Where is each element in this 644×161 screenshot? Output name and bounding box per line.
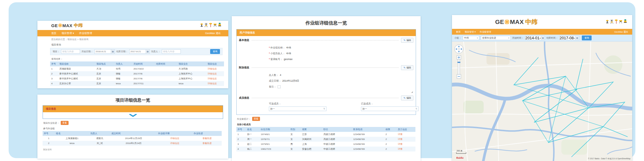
end-time-label: 结束时间： <box>546 36 558 40</box>
groups-label: 参与作业组 <box>37 126 228 131</box>
view-stats-button[interactable]: 查看 <box>252 117 260 121</box>
table-link[interactable]: 详情 <box>397 147 415 151</box>
table-link[interactable]: 查看轨迹 <box>193 136 222 141</box>
logout-link[interactable]: GeoMax 退出 <box>614 30 628 33</box>
start-time-input[interactable] <box>525 36 541 40</box>
nav-home[interactable]: 首页 <box>456 30 461 33</box>
table-link[interactable]: 详细信息 <box>157 141 193 146</box>
dotted-divider <box>252 68 399 68</box>
table-cell: 高级工程师 <box>322 137 352 142</box>
logo-text-cn: 中纬 <box>525 18 538 26</box>
table-cell: 侯振凡 <box>89 136 110 141</box>
field-login-account: *登录账号：geomax <box>237 58 416 61</box>
view-track-button[interactable]: 查看 <box>61 121 69 125</box>
work-groups-table: 序号组名负责人成立时间作业组详情作业轨迹1上海测量组1侯振凡2014年11月29… <box>43 131 222 146</box>
available-members-select[interactable]: 孙一 ⇅ <box>269 106 326 111</box>
group-select[interactable]: 中纬 ▾ <box>463 36 479 40</box>
map-pan-control[interactable] <box>455 45 463 53</box>
calendar-icon[interactable]: ▦ <box>575 36 579 40</box>
calendar-icon[interactable]: ▦ <box>111 50 115 53</box>
search-button[interactable]: 查询 <box>210 49 220 54</box>
table-cell: 123456789 <box>352 132 384 137</box>
remark-textarea[interactable] <box>278 85 281 88</box>
globe-icon <box>504 19 510 25</box>
pencil-icon: ✎ <box>403 67 406 69</box>
edit-extra-button[interactable]: ✎ 编辑 <box>401 65 413 70</box>
table-link[interactable]: 详细信息 <box>206 71 224 76</box>
total-station-icon <box>204 23 208 28</box>
selected-members-label: 已选成员： <box>361 102 419 106</box>
table-cell: 何伟 <box>115 66 132 71</box>
logout-link[interactable]: GeoMax 退出 <box>205 31 221 35</box>
table-cell <box>155 76 177 81</box>
table-link[interactable]: 详情 <box>397 132 415 137</box>
table-link[interactable]: 详细信息 <box>206 76 224 81</box>
table-link[interactable]: 详情 <box>397 142 415 147</box>
logo-text-max: MAX <box>62 23 73 28</box>
total-station-icon <box>610 19 613 25</box>
table-row: 2leica刘_试2016年2月24日详细信息查看轨迹 <box>43 141 222 146</box>
end-time-input[interactable] <box>560 36 575 40</box>
table-cell: 徕卡技术中心测试 <box>58 71 95 76</box>
chevron-down-icon: ▾ <box>477 37 478 39</box>
column-header: 籍贯 <box>301 127 322 132</box>
available-members-group: 可选成员： 孙一 ⇅ <box>269 102 326 111</box>
column-header: 项目名称 <box>58 61 95 66</box>
start-date-input[interactable] <box>95 50 111 53</box>
dotted-divider <box>252 98 399 98</box>
table-cell: leica <box>178 81 206 86</box>
gnss-rover-icon <box>209 23 212 28</box>
table-link[interactable]: 详情 <box>397 137 415 142</box>
table-link[interactable]: 查看轨迹 <box>193 141 222 146</box>
table-cell <box>155 66 177 71</box>
owner-input[interactable] <box>162 49 181 54</box>
geomax-logo: GE MAX 中纬 <box>51 23 83 28</box>
calendar-icon[interactable]: ▦ <box>146 50 149 53</box>
nav-home[interactable]: 首页 <box>51 31 56 35</box>
track-type-select[interactable]: 全部作业轨迹 ▾ <box>481 36 511 40</box>
map-search-button[interactable]: 查询 <box>582 35 592 40</box>
table-row: 4钱二1981/7/23女安徽合肥中级工程师1234567892详情 <box>236 147 415 151</box>
table-cell: 4 <box>50 81 58 86</box>
nav-group-management[interactable]: 作业组管理 <box>79 31 92 35</box>
table-cell: 1976/7/1 <box>260 137 289 142</box>
calendar-icon[interactable]: ▦ <box>541 36 545 40</box>
collapse-toggle[interactable] <box>43 112 223 119</box>
project-name-input[interactable] <box>61 49 80 54</box>
start-time-label: 开始时间： <box>512 36 524 40</box>
gnss-antenna-icon <box>606 19 609 25</box>
extra-info-title: 附加信息 <box>239 66 249 70</box>
end-date-input[interactable] <box>130 50 146 53</box>
table-link[interactable]: 详细信息 <box>157 136 193 141</box>
table-cell: 中级工程师 <box>322 147 352 151</box>
table-link[interactable]: 详细信息 <box>206 66 224 71</box>
logo-text-cn: 中纬 <box>74 23 83 28</box>
resize-handle-icon: ◢ <box>237 91 416 94</box>
column-header: 结束时间 <box>155 61 177 66</box>
table-cell: 男 <box>289 142 301 147</box>
chevron-down-icon <box>129 114 137 117</box>
nav-group-management[interactable]: 作业组管理 <box>480 30 491 33</box>
edit-members-button[interactable]: ✎ 编辑 <box>401 96 413 100</box>
theodolite-icon <box>624 19 627 25</box>
selected-members-select[interactable]: 孙一 ⇅ <box>361 106 419 111</box>
project-results-table: 序号项目名称项目地点负责人开始时间结束时间项目业主项目信息1滨湖路项目大冶何伟2… <box>50 61 224 86</box>
table-link[interactable]: 详细信息 <box>206 81 224 86</box>
column-header: 职位 <box>322 127 352 132</box>
table-cell: 2017/7/6 <box>132 76 155 81</box>
map-viewport[interactable]: 200 米 Baidu © 2017 Baidu - Data © 长地万方 &… <box>452 42 632 161</box>
logo-text-ge: GE <box>495 18 504 25</box>
track-map-window: GE MAX 中纬 首页 项目管理 ▾ 作业组管理 GeoMax <box>452 15 632 161</box>
brand-header: GE MAX 中纬 <box>37 21 228 30</box>
chevron-down-icon: ▾ <box>474 31 476 33</box>
workload-stats-label: 作业量统计： <box>237 117 251 121</box>
table-cell: 1 <box>50 66 58 71</box>
end-time-field: ▦ <box>559 36 579 40</box>
nav-project-management[interactable]: 项目管理 ▾ <box>465 30 476 33</box>
baidu-logo: Baidu <box>456 156 463 159</box>
nav-project-management[interactable]: 项目管理 ▾ <box>62 31 74 35</box>
edit-basic-button[interactable]: ✎ 编辑 <box>401 38 413 43</box>
column-header: 序号 <box>50 61 58 66</box>
table-cell: 2017/7/11 <box>132 81 155 86</box>
breadcrumb: 您当前的位置：项目信息 > 项目查询 <box>37 36 228 42</box>
